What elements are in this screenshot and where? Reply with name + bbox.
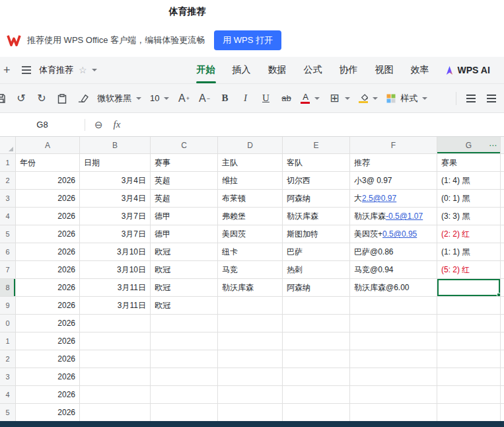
paste-icon[interactable] [56,89,68,108]
row-header[interactable]: 9 [0,297,16,315]
row-header[interactable]: 2 [0,350,16,368]
grid-cell[interactable] [350,332,437,350]
grid-cell[interactable]: 2026 [16,279,80,297]
grid-cell[interactable]: 勒沃库森 [218,279,283,297]
new-tab-plus-icon[interactable]: + [3,63,13,77]
grid-cell[interactable]: 2026 [16,208,80,225]
grid-cell[interactable]: 欧冠 [151,243,218,261]
wps-ai-button[interactable]: WPS AI [445,65,490,75]
grid-cell[interactable]: 2026 [16,243,80,261]
grid-cell[interactable]: 马竞@0.94 [350,261,437,279]
grid-cell[interactable]: (2: 2) 红 [437,225,501,243]
grid-cell[interactable]: 热刺 [283,261,350,279]
grid-cell[interactable] [437,386,501,404]
grid-cell[interactable] [80,386,151,404]
grid-cell[interactable]: 2026 [16,368,80,386]
grid-cell[interactable]: 客队 [283,154,350,172]
more-columns-indicator[interactable]: ⋯ [489,141,497,150]
menu-tab[interactable]: 协作 [331,57,367,83]
grid-cell[interactable] [437,404,501,422]
row-header[interactable]: 7 [0,261,16,279]
grid-cell[interactable]: 欧冠 [151,279,218,297]
column-header-A[interactable]: A [16,137,80,154]
format-eraser-icon[interactable] [77,89,89,108]
grid-cell[interactable]: 主队 [218,154,283,172]
grid-cell[interactable]: 3月11日 [80,279,151,297]
cell-hyperlink[interactable]: 2.5@0.97 [362,194,396,203]
grid-cell[interactable]: 2026 [16,332,80,350]
grid-cell[interactable]: 弗赖堡 [218,208,283,225]
grid-cell[interactable]: 英超 [151,190,218,208]
grid-cell[interactable]: 斯图加特 [283,225,350,243]
menu-tab[interactable]: 效率 [402,57,438,83]
grid-cell[interactable]: 美因茨+0.5@0.95 [350,225,437,243]
column-header-E[interactable]: E [283,137,350,154]
menu-tab[interactable]: 开始 [188,57,224,83]
grid-cell[interactable] [151,350,218,368]
grid-cell[interactable] [218,332,283,350]
font-size-select[interactable]: 10 [150,93,169,103]
grid-cell[interactable] [218,297,283,315]
row-header[interactable]: 1 [0,332,16,350]
row-header[interactable]: 6 [0,243,16,261]
grid-cell[interactable] [283,404,350,422]
grid-cell[interactable]: 小3@ 0.97 [350,172,437,190]
grid-cell[interactable]: 2026 [16,225,80,243]
grid-cell[interactable] [80,350,151,368]
grid-cell[interactable]: 德甲 [151,208,218,225]
grid-cell[interactable] [350,350,437,368]
row-header[interactable]: 0 [0,315,16,332]
save-icon[interactable] [0,89,7,108]
grid-cell[interactable] [151,386,218,404]
grid-cell[interactable]: 美因茨 [218,225,283,243]
grid-cell[interactable]: 勒沃库森 [283,208,350,225]
italic-button[interactable]: I [239,89,251,108]
grid-cell[interactable] [151,332,218,350]
grid-cell[interactable] [283,315,350,332]
redo-icon[interactable]: ↻ [36,89,48,108]
grid-cell[interactable]: 2026 [16,404,80,422]
row-header[interactable]: 8 [0,279,16,297]
menu-tab[interactable]: 公式 [295,57,331,83]
grid-cell[interactable] [151,404,218,422]
grid-cell[interactable] [218,404,283,422]
column-header-F[interactable]: F [350,137,437,154]
column-header-D[interactable]: D [218,137,283,154]
grid-cell[interactable] [283,297,350,315]
row-header[interactable]: 4 [0,208,16,225]
grid-cell[interactable]: (5: 2) 红 [437,261,501,279]
grid-cell[interactable]: 2026 [16,386,80,404]
grid-cell[interactable]: 纽卡 [218,243,283,261]
cell-hyperlink[interactable]: -0.5@1.07 [386,212,423,221]
grid-cell[interactable] [437,279,501,297]
grid-cell[interactable]: 欧冠 [151,297,218,315]
grid-cell[interactable]: 赛果 [437,154,501,172]
grid-cell[interactable] [80,315,151,332]
grid-cell[interactable] [437,315,501,332]
cell-reference-box[interactable]: G8 [0,120,85,130]
grid-cell[interactable] [218,350,283,368]
increase-font-size-button[interactable]: A+ [178,89,190,108]
grid-cell[interactable]: (3: 3) 黑 [437,208,501,225]
favorite-star-icon[interactable]: ☆ [79,65,87,75]
align-center-icon[interactable] [486,89,497,108]
grid-cell[interactable] [350,315,437,332]
grid-cell[interactable]: 3月10日 [80,261,151,279]
align-left-icon[interactable] [465,89,477,108]
grid-cell[interactable]: 马竞 [218,261,283,279]
grid-cell[interactable]: 阿森纳 [283,190,350,208]
bold-button[interactable]: B [219,89,231,108]
grid-cell[interactable] [437,368,501,386]
grid-cell[interactable]: 3月7日 [80,225,151,243]
grid-cell[interactable] [350,404,437,422]
doc-menu-chevron-icon[interactable] [92,69,97,71]
row-header[interactable]: 4 [0,386,16,404]
grid-cell[interactable]: 推荐 [350,154,437,172]
grid-cell[interactable]: 维拉 [218,172,283,190]
column-header-G[interactable]: G⋯ [437,137,501,154]
grid-cell[interactable] [283,332,350,350]
hamburger-menu-icon[interactable] [22,69,31,71]
grid-cell[interactable] [151,315,218,332]
cell-hyperlink[interactable]: 0.5@0.95 [382,229,417,239]
grid-cell[interactable] [80,404,151,422]
